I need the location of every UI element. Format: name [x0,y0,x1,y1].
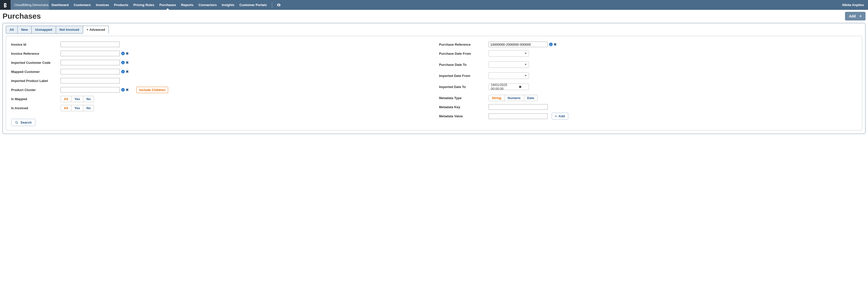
label-metadata-value: Metadata Value [439,114,489,118]
label-purchase-date-from: Purchase Date From [439,52,489,56]
clear-icon[interactable]: ✖ [554,42,557,46]
settings-gear[interactable] [275,3,283,7]
nav-item-pricing-rules[interactable]: Pricing Rules [131,0,157,10]
seg-option-string[interactable]: String [489,95,505,101]
tab-advanced-label: Advanced [89,28,105,32]
seg-option-numeric[interactable]: Numeric [505,95,524,101]
top-nav: CloudBilling Demonstra... DashboardCusto… [0,0,868,10]
search-icon [15,121,19,125]
clear-icon[interactable]: ✖ [126,88,129,92]
input-purchase-date-from[interactable] [489,50,529,57]
label-is-invoiced: Is Invoiced [11,106,61,110]
tab-advanced[interactable]: +Advanced [83,26,109,34]
info-icon[interactable]: i [121,52,125,55]
input-imported-customer-code[interactable] [61,60,120,65]
plus-icon: + [87,28,89,32]
label-invoice-reference: Invoice Reference [11,52,61,56]
add-button-label: Add [849,14,856,18]
input-purchase-date-to[interactable] [489,61,529,68]
nav-item-dashboard[interactable]: Dashboard [49,0,71,10]
nav-item-invoices[interactable]: Invoices [93,0,112,10]
clear-icon[interactable]: ✖ [126,61,129,65]
logo-icon [3,2,8,7]
label-product-cluster: Product Cluster [11,88,61,92]
page-header: Purchases Add + [0,10,868,23]
page-title: Purchases [2,12,845,21]
filter-tab-bar: AllNewUnmappedNot Invoiced +Advanced [3,23,865,34]
chevron-down-icon [525,75,527,76]
label-is-mapped: Is Mapped [11,97,61,101]
tab-all[interactable]: All [6,26,18,34]
label-imported-date-from: Imported Date From [439,74,489,78]
info-icon[interactable]: i [121,70,125,73]
nav-item-connectors[interactable]: Connectors [196,0,219,10]
label-imported-customer-code: Imported Customer Code [11,61,61,65]
input-imported-product-label[interactable] [61,78,120,83]
label-mapped-customer: Mapped Customer [11,70,61,74]
advanced-filters-panel: Invoice Id Invoice Reference i ✖ Importe… [6,36,862,131]
tab-unmapped[interactable]: Unmapped [32,26,56,34]
search-button-label: Search [21,120,32,125]
clear-date-icon[interactable]: ✖ [519,85,522,89]
label-purchase-date-to: Purchase Date To [439,63,489,67]
input-imported-date-from[interactable] [489,72,529,79]
include-children-button[interactable]: Include Children [136,87,168,93]
search-button[interactable]: Search [11,119,35,126]
input-purchase-reference[interactable] [489,42,548,47]
seg-option-yes[interactable]: Yes [71,105,83,111]
segmented-is-mapped: AllYesNo [61,96,94,102]
nav-item-customers[interactable]: Customers [71,0,93,10]
svg-line-1 [17,123,18,124]
label-metadata-type: Metadata Type [439,96,489,100]
tab-not-invoiced[interactable]: Not Invoiced [56,26,83,34]
label-invoice-id: Invoice Id [11,43,61,46]
seg-option-all[interactable]: All [61,96,71,102]
nav-item-reports[interactable]: Reports [179,0,196,10]
label-metadata-key: Metadata Key [439,105,489,109]
info-icon[interactable]: i [121,61,125,64]
clear-icon[interactable]: ✖ [126,70,129,74]
input-mapped-customer[interactable] [61,69,120,74]
plus-icon: + [860,14,862,19]
nav-item-purchases[interactable]: Purchases [157,0,179,10]
date-value: 19/01/2025 00:00:00 [491,83,517,91]
nav-items: DashboardCustomersInvoicesProductsPricin… [49,0,269,10]
segmented-metadata-type: StringNumericDate [489,95,537,101]
seg-option-date[interactable]: Date [524,95,537,101]
nav-item-customer-portals[interactable]: Customer Portals [237,0,269,10]
breadcrumb-org[interactable]: CloudBilling Demonstra... [10,0,49,10]
filter-pane: AllNewUnmappedNot Invoiced +Advanced Inv… [2,23,866,134]
svg-point-0 [16,121,17,123]
seg-option-no[interactable]: No [83,96,94,102]
input-metadata-value[interactable] [489,113,548,119]
add-metadata-button[interactable]: + Add [552,113,568,119]
app-logo[interactable] [0,0,10,10]
tab-new[interactable]: New [18,26,32,34]
seg-option-yes[interactable]: Yes [71,96,83,102]
nav-item-insights[interactable]: Insights [219,0,237,10]
plus-icon: + [555,114,557,118]
filters-right-column: Purchase Reference i ✖ Purchase Date Fro… [439,41,857,126]
info-icon[interactable]: i [121,88,125,92]
label-imported-date-to: Imported Date To [439,85,489,89]
add-metadata-label: Add [558,114,565,118]
input-product-cluster[interactable] [61,87,120,93]
chevron-down-icon [525,64,527,65]
add-button[interactable]: Add + [845,12,866,21]
clear-icon[interactable]: ✖ [126,51,129,56]
nav-divider [272,2,272,8]
seg-option-all[interactable]: All [61,105,71,111]
label-purchase-reference: Purchase Reference [439,43,489,46]
nav-item-products[interactable]: Products [112,0,131,10]
input-imported-date-to[interactable]: 19/01/2025 00:00:00 ✖ [489,83,529,90]
input-invoice-id[interactable] [61,42,120,47]
gear-icon [277,3,281,7]
input-metadata-key[interactable] [489,104,548,110]
segmented-is-invoiced: AllYesNo [61,105,94,111]
seg-option-no[interactable]: No [83,105,94,111]
input-invoice-reference[interactable] [61,51,120,56]
chevron-down-icon [525,53,527,54]
label-imported-product-label: Imported Product Label [11,79,61,83]
info-icon[interactable]: i [549,43,553,46]
user-name[interactable]: Nikita Anpilov [838,3,868,7]
